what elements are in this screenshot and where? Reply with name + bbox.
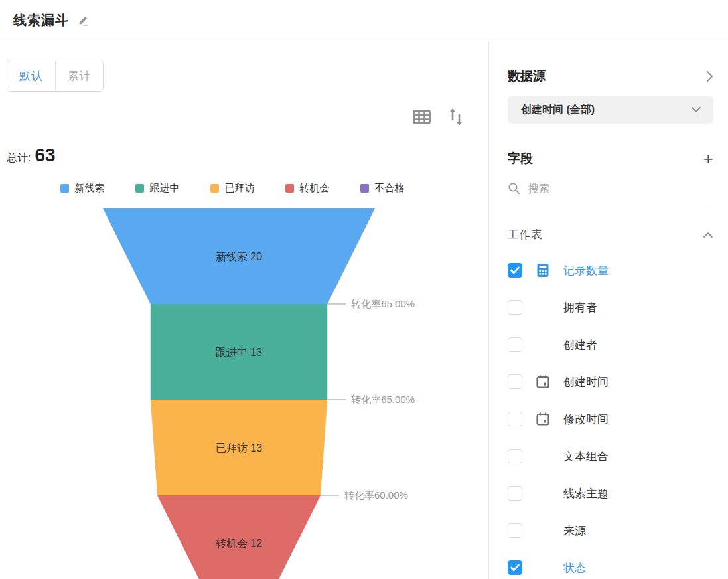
field-list: 记录数量拥有者创建者创建时间修改时间文本组合线索主题来源状态 bbox=[508, 252, 713, 579]
field-row[interactable]: 来源 bbox=[508, 512, 713, 549]
total-label: 总计: bbox=[7, 151, 31, 165]
conversion-rate-label: 转化率65.00% bbox=[350, 394, 415, 405]
page-title: 线索漏斗 bbox=[13, 11, 69, 29]
field-row[interactable]: 创建时间 bbox=[508, 363, 713, 400]
funnel-segment-label: 跟进中 13 bbox=[216, 347, 262, 358]
date-range-value: 创建时间 (全部) bbox=[521, 103, 595, 117]
chevron-down-icon bbox=[691, 106, 701, 113]
field-label: 创建时间 bbox=[563, 374, 609, 390]
chevron-right-icon[interactable] bbox=[705, 70, 713, 82]
field-label: 拥有者 bbox=[563, 300, 597, 315]
field-checkbox[interactable] bbox=[508, 300, 522, 315]
legend-item[interactable]: 已拜访 bbox=[210, 182, 255, 195]
field-icon-placeholder bbox=[536, 523, 550, 538]
field-label: 来源 bbox=[563, 523, 586, 538]
field-checkbox[interactable] bbox=[508, 374, 522, 389]
funnel-segment-4[interactable] bbox=[157, 495, 321, 579]
search-icon bbox=[508, 182, 520, 195]
field-checkbox[interactable] bbox=[508, 486, 522, 501]
field-row[interactable]: 修改时间 bbox=[508, 400, 713, 438]
field-icon-placeholder bbox=[536, 486, 550, 501]
fields-title: 字段 bbox=[508, 150, 533, 167]
edit-title-icon[interactable] bbox=[77, 14, 90, 27]
legend-label: 转机会 bbox=[300, 182, 330, 195]
field-label: 修改时间 bbox=[563, 412, 609, 427]
legend-swatch-icon bbox=[60, 184, 69, 193]
table-view-icon[interactable] bbox=[413, 109, 431, 125]
field-icon-placeholder bbox=[536, 449, 550, 463]
legend-label: 跟进中 bbox=[150, 182, 180, 195]
datasource-title: 数据源 bbox=[508, 68, 546, 85]
field-checkbox[interactable] bbox=[508, 337, 522, 352]
field-label: 创建者 bbox=[563, 337, 597, 353]
field-search bbox=[508, 182, 713, 207]
field-checkbox[interactable] bbox=[508, 560, 522, 575]
search-input[interactable] bbox=[528, 183, 713, 195]
chevron-up-icon[interactable] bbox=[703, 232, 713, 238]
legend-swatch-icon bbox=[285, 184, 294, 193]
add-field-icon[interactable]: + bbox=[703, 152, 713, 165]
total-value: 63 bbox=[35, 145, 55, 166]
field-label: 线索主题 bbox=[563, 486, 609, 501]
calendar-icon bbox=[536, 374, 550, 389]
funnel-segment-label: 转机会 12 bbox=[216, 538, 262, 549]
view-mode-toggle: 默认 累计 bbox=[7, 60, 104, 92]
funnel-segment-label: 新线索 20 bbox=[216, 251, 262, 262]
mode-default-button[interactable]: 默认 bbox=[7, 60, 55, 91]
field-row[interactable]: 创建者 bbox=[508, 326, 713, 363]
field-row[interactable]: 状态 bbox=[508, 549, 713, 579]
legend-item[interactable]: 新线索 bbox=[60, 182, 105, 195]
window-header: 线索漏斗 bbox=[0, 0, 728, 41]
calculator-icon bbox=[536, 263, 550, 278]
legend-item[interactable]: 跟进中 bbox=[135, 182, 180, 195]
legend-label: 新线索 bbox=[75, 182, 105, 195]
field-row[interactable]: 拥有者 bbox=[508, 289, 713, 326]
field-icon-placeholder bbox=[536, 300, 550, 315]
total-summary: 总计: 63 bbox=[7, 145, 56, 166]
field-label: 文本组合 bbox=[563, 449, 609, 464]
field-row[interactable]: 文本组合 bbox=[508, 438, 713, 475]
legend-label: 不合格 bbox=[375, 182, 405, 195]
field-row[interactable]: 记录数量 bbox=[508, 252, 713, 289]
sidebar: 数据源 创建时间 (全部) 字段 + 工作表 bbox=[489, 41, 728, 579]
calendar-icon bbox=[536, 412, 550, 426]
legend-item[interactable]: 不合格 bbox=[360, 182, 405, 195]
chart-legend: 新线索跟进中已拜访转机会不合格 bbox=[0, 182, 465, 195]
field-label: 记录数量 bbox=[563, 263, 609, 278]
mode-cumulative-button[interactable]: 累计 bbox=[55, 60, 103, 91]
legend-swatch-icon bbox=[210, 184, 219, 193]
field-icon-placeholder bbox=[536, 560, 550, 575]
field-row[interactable]: 线索主题 bbox=[508, 475, 713, 512]
field-checkbox[interactable] bbox=[508, 263, 522, 278]
field-checkbox[interactable] bbox=[508, 449, 522, 463]
legend-item[interactable]: 转机会 bbox=[285, 182, 330, 195]
legend-swatch-icon bbox=[360, 184, 369, 193]
conversion-rate-label: 转化率65.00% bbox=[350, 298, 415, 309]
field-label: 状态 bbox=[563, 560, 586, 576]
field-checkbox[interactable] bbox=[508, 523, 522, 538]
legend-swatch-icon bbox=[135, 184, 144, 193]
field-checkbox[interactable] bbox=[508, 412, 522, 426]
funnel-segment-label: 已拜访 13 bbox=[216, 442, 262, 454]
sort-icon[interactable] bbox=[448, 108, 464, 126]
funnel-chart: 新线索 20跟进中 13已拜访 13转机会 12转化率65.00%转化率65.0… bbox=[0, 208, 489, 579]
date-range-select[interactable]: 创建时间 (全部) bbox=[508, 96, 713, 124]
legend-label: 已拜访 bbox=[225, 182, 255, 195]
field-icon-placeholder bbox=[536, 337, 550, 352]
conversion-rate-label: 转化率60.00% bbox=[344, 489, 408, 501]
worksheet-section-title: 工作表 bbox=[508, 227, 543, 242]
chart-panel: 默认 累计 bbox=[0, 41, 489, 579]
